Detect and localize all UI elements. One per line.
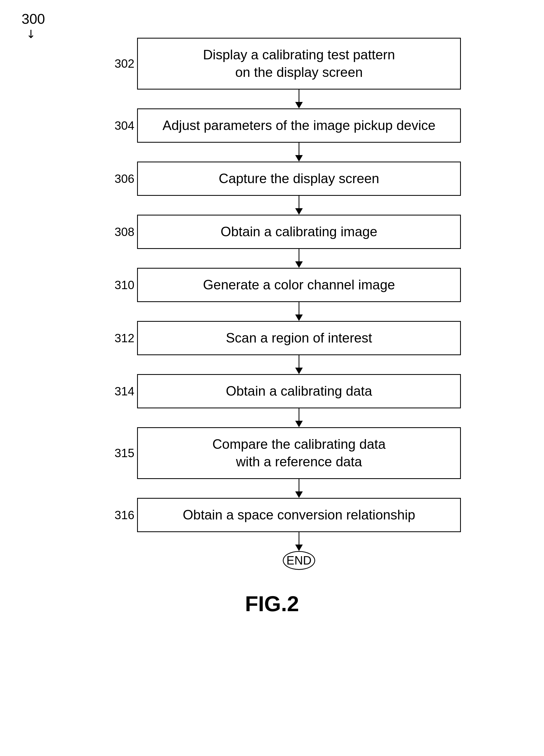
step-312-label: 312 xyxy=(83,331,137,345)
step-310-row: 310 Generate a color channel image xyxy=(83,268,461,302)
diagram-container: 300 ↘ 302 Display a calibrating test pat… xyxy=(0,0,544,756)
arrow-304-306 xyxy=(83,143,461,162)
svg-marker-5 xyxy=(295,208,303,215)
step-308-label: 308 xyxy=(83,225,137,239)
svg-marker-11 xyxy=(295,368,303,374)
step-314-box: Obtain a calibrating data xyxy=(137,374,461,408)
down-arrow-icon xyxy=(291,302,307,321)
arrow-310-312 xyxy=(83,302,461,321)
arrow-302-304 xyxy=(83,90,461,108)
svg-marker-1 xyxy=(295,102,303,108)
step-315-box: Compare the calibrating data with a refe… xyxy=(137,427,461,479)
step-316-text: Obtain a space conversion relationship xyxy=(137,498,461,532)
step-312-box: Scan a region of interest xyxy=(137,321,461,355)
arrow-316-end xyxy=(83,532,461,551)
arrow-315-316 xyxy=(83,479,461,498)
arrow-312-314 xyxy=(83,355,461,374)
step-316-box: Obtain a space conversion relationship xyxy=(137,498,461,532)
step-304-box: Adjust parameters of the image pickup de… xyxy=(137,108,461,143)
step-302-label: 302 xyxy=(83,57,137,70)
down-arrow-icon xyxy=(291,532,307,551)
arrow-306-308 xyxy=(83,196,461,215)
figure-arrow-icon: ↘ xyxy=(23,26,39,42)
figure-id: 300 xyxy=(22,11,45,27)
down-arrow-icon xyxy=(291,196,307,215)
svg-marker-9 xyxy=(295,314,303,321)
arrow-308-310 xyxy=(83,249,461,268)
step-304-row: 304 Adjust parameters of the image picku… xyxy=(83,108,461,143)
step-302-row: 302 Display a calibrating test pattern o… xyxy=(83,38,461,90)
step-306-box: Capture the display screen xyxy=(137,162,461,196)
step-306-text: Capture the display screen xyxy=(137,162,461,196)
step-316-label: 316 xyxy=(83,508,137,522)
step-314-row: 314 Obtain a calibrating data xyxy=(83,374,461,408)
step-315-text: Compare the calibrating data with a refe… xyxy=(137,427,461,479)
step-304-label: 304 xyxy=(83,119,137,132)
step-310-label: 310 xyxy=(83,278,137,292)
svg-marker-17 xyxy=(295,545,303,551)
svg-marker-3 xyxy=(295,155,303,162)
svg-marker-13 xyxy=(295,421,303,427)
step-306-label: 306 xyxy=(83,172,137,186)
step-314-label: 314 xyxy=(83,385,137,398)
step-308-row: 308 Obtain a calibrating image xyxy=(83,215,461,249)
step-302-text: Display a calibrating test pattern on th… xyxy=(137,38,461,90)
figure-caption: FIG.2 xyxy=(245,591,299,616)
down-arrow-icon xyxy=(291,408,307,427)
svg-marker-7 xyxy=(295,261,303,268)
step-304-text: Adjust parameters of the image pickup de… xyxy=(137,108,461,143)
figure-reference: 300 ↘ xyxy=(22,11,45,40)
step-316-row: 316 Obtain a space conversion relationsh… xyxy=(83,498,461,532)
step-310-box: Generate a color channel image xyxy=(137,268,461,302)
arrow-314-315 xyxy=(83,408,461,427)
step-315-row: 315 Compare the calibrating data with a … xyxy=(83,427,461,479)
step-312-row: 312 Scan a region of interest xyxy=(83,321,461,355)
step-308-text: Obtain a calibrating image xyxy=(137,215,461,249)
svg-marker-15 xyxy=(295,491,303,498)
end-box: END xyxy=(283,551,315,570)
step-314-text: Obtain a calibrating data xyxy=(137,374,461,408)
step-310-text: Generate a color channel image xyxy=(137,268,461,302)
end-label: END xyxy=(287,554,312,567)
down-arrow-icon xyxy=(291,355,307,374)
down-arrow-icon xyxy=(291,249,307,268)
step-312-text: Scan a region of interest xyxy=(137,321,461,355)
down-arrow-icon xyxy=(291,90,307,108)
step-302-box: Display a calibrating test pattern on th… xyxy=(137,38,461,90)
down-arrow-icon xyxy=(291,479,307,498)
step-306-row: 306 Capture the display screen xyxy=(83,162,461,196)
flow-diagram: 302 Display a calibrating test pattern o… xyxy=(83,38,461,570)
step-315-label: 315 xyxy=(83,446,137,460)
step-308-box: Obtain a calibrating image xyxy=(137,215,461,249)
down-arrow-icon xyxy=(291,143,307,162)
end-row: END xyxy=(83,551,461,570)
